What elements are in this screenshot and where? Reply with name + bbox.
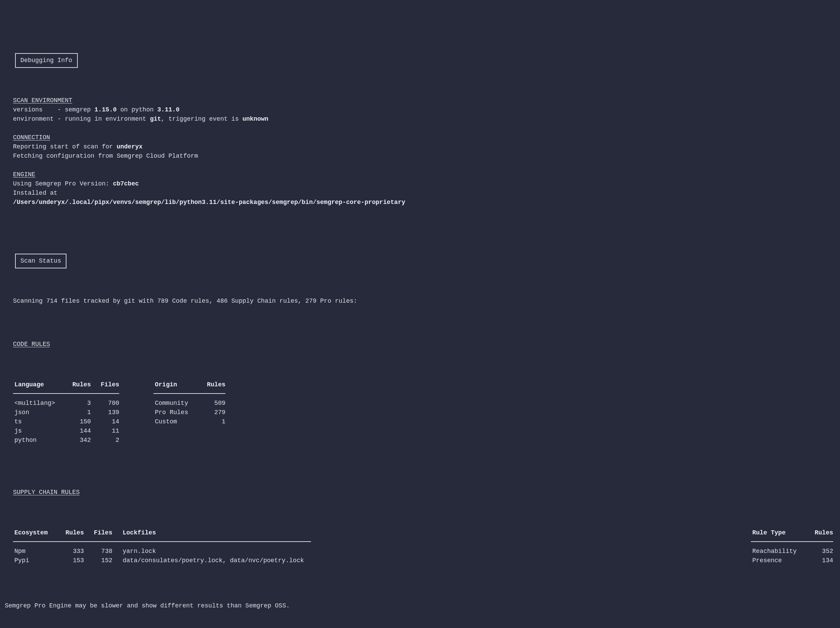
scan-env-heading: SCAN ENVIRONMENT: [13, 97, 72, 104]
type-header-rules: Rules: [808, 528, 833, 538]
versions-text1: semgrep: [61, 106, 94, 113]
supply-chain-tables: Ecosystem Rules Files Lockfiles Npm33373…: [13, 528, 835, 565]
lang-row: js14411: [13, 426, 119, 436]
eco-header-rules: Rules: [59, 528, 84, 538]
engine-path: /Users/underyx/.local/pipx/venvs/semgrep…: [13, 199, 405, 206]
lang-row: python3422: [13, 436, 119, 445]
type-row: Reachability352: [751, 547, 833, 556]
env-name: git: [150, 115, 161, 122]
rule-type-table: Rule Type Rules Reachability352 Presence…: [751, 528, 833, 565]
supply-chain-heading: SUPPLY CHAIN RULES: [13, 489, 79, 496]
debugging-info-box: Debugging Info SCAN ENVIRONMENT versions…: [5, 44, 835, 226]
code-rules-tables: Language Rules Files <multilang>3700 jso…: [13, 380, 835, 445]
lang-header-rules: Rules: [66, 380, 91, 389]
origin-header-origin: Origin: [153, 380, 201, 389]
engine-version: cb7cbec: [113, 180, 139, 187]
eco-header-files: Files: [84, 528, 112, 538]
scan-environment-section: SCAN ENVIRONMENT versions - semgrep 1.15…: [13, 96, 835, 207]
lang-row: ts15014: [13, 417, 119, 426]
lang-header-files: Files: [91, 380, 119, 389]
language-table: Language Rules Files <multilang>3700 jso…: [13, 380, 119, 445]
ecosystem-table: Ecosystem Rules Files Lockfiles Npm33373…: [13, 528, 311, 565]
origin-header-rules: Rules: [201, 380, 226, 389]
scan-status-box: Scan Status Scanning 714 files tracked b…: [5, 244, 835, 574]
engine-line1: Using Semgrep Pro Version:: [13, 180, 113, 187]
eco-header-ecosystem: Ecosystem: [13, 528, 59, 538]
lang-row: json1139: [13, 408, 119, 417]
eco-row: Pypi153152data/consulates/poetry.lock, d…: [13, 556, 311, 565]
versions-text2: on python: [117, 106, 157, 113]
env-text1: running in environment: [61, 115, 150, 122]
env-text2: , triggering event is: [161, 115, 243, 122]
event-name: unknown: [243, 115, 268, 122]
conn-line1: Reporting start of scan for: [13, 143, 117, 150]
code-rules-section: CODE RULES: [13, 340, 835, 349]
conn-user: underyx: [117, 143, 142, 150]
type-row: Presence134: [751, 556, 833, 565]
connection-heading: CONNECTION: [13, 134, 50, 141]
eco-row: Npm333738yarn.lock: [13, 547, 311, 556]
semgrep-version: 1.15.0: [95, 106, 117, 113]
lang-row: <multilang>3700: [13, 399, 119, 408]
origin-row: Pro Rules279: [153, 408, 226, 417]
code-rules-heading: CODE RULES: [13, 341, 50, 348]
engine-line2: Installed at: [13, 190, 58, 196]
progress-bar: [5, 622, 835, 623]
versions-label: versions -: [13, 106, 61, 113]
conn-line2: Fetching configuration from Semgrep Clou…: [13, 153, 198, 160]
scan-summary: Scanning 714 files tracked by git with 7…: [13, 296, 835, 306]
python-version: 3.11.0: [157, 106, 180, 113]
scan-status-title: Scan Status: [15, 254, 67, 268]
origin-row: Community509: [153, 399, 226, 408]
engine-heading: ENGINE: [13, 171, 35, 178]
eco-header-lockfiles: Lockfiles: [112, 528, 311, 538]
origin-row: Custom1: [153, 417, 226, 426]
lang-header-language: Language: [13, 380, 66, 389]
footer-message: Semgrep Pro Engine may be slower and sho…: [5, 601, 835, 611]
env-label: environment -: [13, 115, 61, 122]
type-header-ruletype: Rule Type: [751, 528, 808, 538]
supply-chain-section: SUPPLY CHAIN RULES: [13, 488, 835, 497]
origin-table: Origin Rules Community509 Pro Rules279 C…: [153, 380, 226, 445]
debugging-info-title: Debugging Info: [15, 53, 78, 68]
